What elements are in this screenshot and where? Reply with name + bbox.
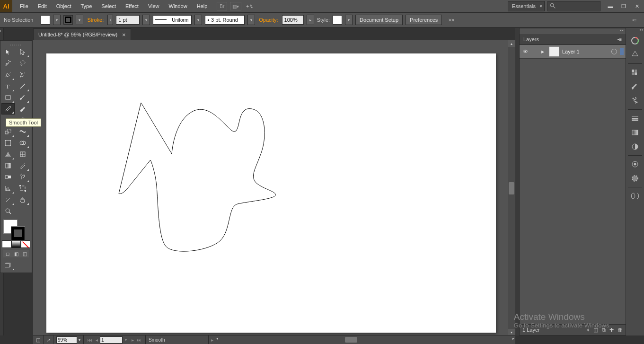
gradient-tool[interactable] xyxy=(1,160,15,171)
shape-builder-tool[interactable] xyxy=(16,137,29,149)
layers-panel-tab[interactable]: Layers •≡ xyxy=(520,34,626,45)
status-info-dropdown[interactable]: ▸ xyxy=(209,337,215,343)
stroke-dropdown[interactable]: ▾ xyxy=(76,15,83,25)
rectangle-tool[interactable] xyxy=(1,92,15,103)
eyedropper-tool[interactable] xyxy=(16,160,29,171)
dock-collapse-icon[interactable]: ◂◂ xyxy=(626,28,644,34)
color-guide-panel-icon[interactable] xyxy=(626,48,644,62)
graphic-styles-panel-icon[interactable] xyxy=(626,171,644,185)
curvature-tool[interactable] xyxy=(16,69,29,80)
menu-edit[interactable]: Edit xyxy=(33,0,52,12)
menu-window[interactable]: Window xyxy=(164,0,192,12)
width-tool[interactable] xyxy=(16,126,29,137)
free-transform-tool[interactable] xyxy=(1,137,15,149)
visibility-icon[interactable]: 👁 xyxy=(521,49,529,54)
variable-width-dropdown[interactable]: ▾ xyxy=(194,15,202,25)
lasso-tool[interactable] xyxy=(16,58,29,69)
stroke-weight-dropdown[interactable]: ▾ xyxy=(142,15,150,25)
scale-tool[interactable] xyxy=(1,126,15,137)
bridge-icon[interactable]: Br xyxy=(217,2,227,10)
blend-tool[interactable] xyxy=(1,171,15,183)
vertical-scrollbar[interactable]: ▴ ▾ xyxy=(508,40,515,335)
fill-swatch[interactable] xyxy=(41,15,50,25)
layer-row[interactable]: 👁 ▶ Layer 1 xyxy=(520,45,626,59)
status-selection-icon[interactable]: ◫ xyxy=(33,335,44,344)
preferences-button[interactable]: Preferences xyxy=(406,15,442,25)
opacity-field[interactable]: 100% xyxy=(282,15,304,25)
menu-object[interactable]: Object xyxy=(52,0,76,12)
color-panel-icon[interactable] xyxy=(626,34,644,48)
arrange-documents-icon[interactable]: ▥▾ xyxy=(230,2,241,10)
stroke-panel-icon[interactable] xyxy=(626,111,644,125)
column-graph-tool[interactable] xyxy=(1,183,15,194)
scroll-up-icon[interactable]: ▴ xyxy=(508,40,515,47)
artboard[interactable] xyxy=(46,53,496,333)
layer-twirl-icon[interactable]: ▶ xyxy=(541,50,546,54)
layer-name[interactable]: Layer 1 xyxy=(562,49,609,54)
window-minimize-icon[interactable]: ▬ xyxy=(604,2,617,10)
artboard-prev-icon[interactable]: ◂ xyxy=(93,337,100,343)
selection-tool[interactable] xyxy=(1,46,15,58)
paintbrush-tool[interactable] xyxy=(16,92,29,103)
direct-selection-tool[interactable] xyxy=(16,46,29,58)
zoom-input[interactable] xyxy=(56,336,77,344)
menu-file[interactable]: File xyxy=(15,0,33,12)
vertical-scroll-thumb[interactable] xyxy=(509,182,514,194)
gpu-perf-icon[interactable]: ✦↯ xyxy=(244,2,255,10)
layers-panel-menu-icon[interactable]: •≡ xyxy=(618,37,622,42)
panel-collapse-icon[interactable]: ▸▸ xyxy=(520,28,626,34)
opacity-dropdown[interactable]: ▸ xyxy=(307,15,314,25)
zoom-level[interactable]: ▾ xyxy=(53,335,84,344)
hand-tool[interactable] xyxy=(16,194,29,205)
status-export-icon[interactable]: ↗ xyxy=(44,335,53,344)
layer-target-icon[interactable] xyxy=(611,49,617,54)
tools-grip[interactable]: :::::: xyxy=(1,43,31,46)
menu-help[interactable]: Help xyxy=(192,0,212,12)
swatches-panel-icon[interactable] xyxy=(626,65,644,79)
layer-select-column[interactable] xyxy=(620,48,624,55)
menu-type[interactable]: Type xyxy=(76,0,97,12)
zoom-tool[interactable] xyxy=(1,205,15,217)
horizontal-scroll-thumb[interactable] xyxy=(345,337,357,343)
delete-layer-icon[interactable]: 🗑 xyxy=(618,327,623,333)
variable-width-profile[interactable]: Uniform xyxy=(153,15,192,25)
brush-definition[interactable]: •3 pt. Round xyxy=(205,15,245,25)
stroke-weight-field[interactable]: 1 pt xyxy=(116,15,140,25)
stroke-color-box[interactable] xyxy=(11,226,25,240)
workspace-switcher[interactable]: Essentials xyxy=(508,1,545,11)
new-sublayer-icon[interactable]: ⧉ xyxy=(602,327,606,333)
control-bar-menu-icon[interactable]: •≡ xyxy=(630,16,639,24)
scroll-down-icon[interactable]: ▾ xyxy=(508,329,515,335)
libraries-panel-icon[interactable] xyxy=(626,189,644,203)
artboard-dropdown[interactable]: ▾ xyxy=(123,338,129,342)
document-setup-button[interactable]: Document Setup xyxy=(355,15,403,25)
gradient-panel-icon[interactable] xyxy=(626,125,644,140)
locate-object-icon[interactable]: ⌖ xyxy=(587,327,590,333)
menu-select[interactable]: Select xyxy=(97,0,121,12)
window-close-icon[interactable]: ✕ xyxy=(631,2,643,10)
fill-stroke-controls[interactable] xyxy=(1,219,31,240)
slice-tool[interactable] xyxy=(1,194,15,205)
symbols-panel-icon[interactable] xyxy=(626,94,644,108)
color-mode-solid[interactable] xyxy=(2,240,11,248)
draw-normal-icon[interactable]: ◻ xyxy=(3,250,12,257)
symbol-sprayer-tool[interactable] xyxy=(16,171,29,183)
stroke-swatch[interactable] xyxy=(63,15,73,25)
artboard-number-input[interactable] xyxy=(100,336,123,344)
artboard-first-icon[interactable]: ⏮ xyxy=(87,337,93,343)
new-layer-icon[interactable]: ✚ xyxy=(609,327,614,333)
horizontal-scrollbar[interactable] xyxy=(222,336,509,343)
menu-view[interactable]: View xyxy=(143,0,164,12)
color-mode-gradient[interactable] xyxy=(11,240,21,248)
pen-tool[interactable] xyxy=(1,69,15,80)
stroke-weight-dec[interactable]: ‹ xyxy=(107,15,113,25)
window-restore-icon[interactable]: ❐ xyxy=(618,2,630,10)
mesh-tool[interactable] xyxy=(16,149,29,160)
magic-wand-tool[interactable] xyxy=(1,58,15,69)
type-tool[interactable]: T xyxy=(1,80,15,92)
draw-inside-icon[interactable]: ◫ xyxy=(20,250,29,257)
menu-effect[interactable]: Effect xyxy=(121,0,143,12)
artboard-next-icon[interactable]: ▸ xyxy=(129,337,136,343)
search-input[interactable] xyxy=(547,1,600,11)
document-tab[interactable]: Untitled-8* @ 99% (RGB/Preview) × xyxy=(33,28,131,40)
